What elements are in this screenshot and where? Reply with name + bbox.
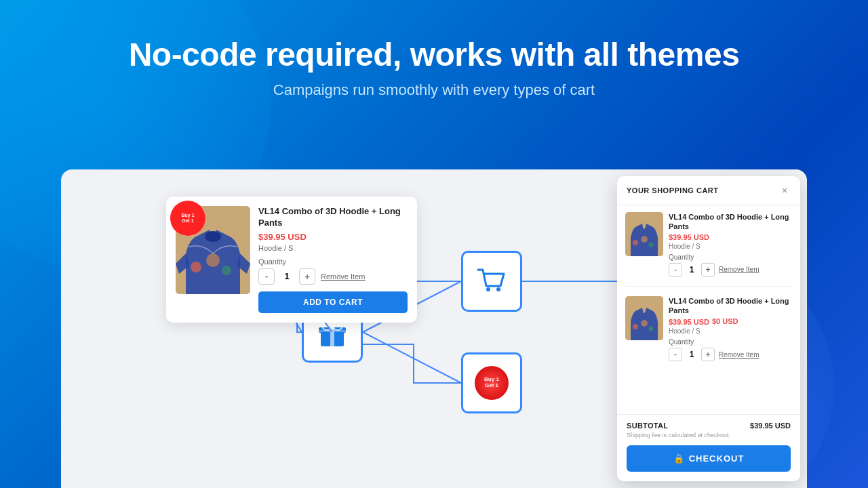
cart-item-price-2: $39.95 USD — [669, 318, 709, 326]
demo-container: Buy 1Get 1 VL14 Combo of 3D Hoodie + Lon… — [61, 169, 807, 488]
cart-item-name: VL14 Combo of 3D Hoodie + Long Pants — [669, 212, 792, 232]
qty-value: 1 — [280, 271, 294, 281]
svg-point-24 — [649, 243, 654, 247]
cart-qty-value-1: 1 — [686, 265, 697, 274]
cart-item-info-2: VL14 Combo of 3D Hoodie + Long Pants $39… — [669, 296, 792, 362]
product-card: Buy 1Get 1 VL14 Combo of 3D Hoodie + Lon… — [166, 197, 417, 323]
product-price: $39.95 USD — [258, 232, 408, 242]
cart-qty-plus-btn-2[interactable]: + — [701, 348, 715, 361]
cart-item-hoodie-2 — [625, 296, 663, 340]
page-subtitle: Campaigns run smoothly with every types … — [0, 81, 868, 99]
cart-panel: YOUR SHOPPING CART × VL14 Combo of 3D Ho… — [617, 176, 800, 481]
cart-panel-title: YOUR SHOPPING CART — [627, 186, 719, 195]
svg-point-9 — [206, 253, 220, 267]
cart-items-list: VL14 Combo of 3D Hoodie + Long Pants $39… — [617, 205, 800, 414]
cart-item-free-price: $0 USD — [712, 317, 738, 325]
svg-point-20 — [496, 287, 500, 291]
shopping-cart-icon — [475, 264, 509, 298]
add-to-cart-button[interactable]: ADD TO CART — [258, 291, 408, 313]
svg-point-10 — [222, 266, 231, 275]
badge-text: Buy 1Get 1 — [181, 213, 194, 223]
product-info: VL14 Combo of 3D Hoodie + Long Pants $39… — [258, 206, 408, 313]
header: No-code required, works with all themes … — [0, 0, 868, 99]
svg-line-2 — [363, 332, 461, 383]
cart-qty-row-2: - 1 + Remove Item — [669, 348, 792, 361]
cart-qty-value-2: 1 — [686, 350, 697, 359]
cart-qty-minus-btn-2[interactable]: - — [669, 348, 682, 361]
cart-item-variant: Hoodie / S — [669, 243, 792, 250]
product-image-wrap: Buy 1Get 1 — [176, 206, 250, 294]
svg-point-28 — [649, 326, 654, 331]
page-title: No-code required, works with all themes — [0, 37, 868, 73]
qty-label: Quantity — [258, 258, 408, 266]
subtotal-value: $39.95 USD — [750, 422, 791, 430]
cart-item-hoodie-1 — [625, 212, 663, 256]
remove-item-link[interactable]: Remove Item — [321, 272, 365, 281]
svg-point-7 — [205, 231, 221, 242]
cart-item: VL14 Combo of 3D Hoodie + Long Pants $39… — [625, 212, 792, 287]
subtotal-label: SUBTOTAL — [627, 422, 668, 430]
svg-point-26 — [633, 324, 638, 329]
qty-minus-btn[interactable]: - — [258, 268, 275, 285]
offer-box-icon: Buy 1Get 1 — [461, 352, 522, 413]
cart-item-info: VL14 Combo of 3D Hoodie + Long Pants $39… — [669, 212, 792, 277]
cart-item-price: $39.95 USD — [669, 233, 792, 241]
offer-badge: Buy 1Get 1 — [472, 363, 511, 403]
cart-item-variant-2: Hoodie / S — [669, 327, 792, 335]
cart-qty-row: - 1 + Remove Item — [669, 263, 792, 277]
cart-qty-minus-btn-1[interactable]: - — [669, 263, 682, 277]
shipping-note: Shipping fee is calculated at checkout. — [627, 432, 791, 439]
svg-point-8 — [191, 262, 201, 272]
product-title: VL14 Combo of 3D Hoodie + Long Pants — [258, 206, 408, 229]
svg-point-19 — [486, 287, 490, 291]
flow-area: Buy 1Get 1 VL14 Combo of 3D Hoodie + Lon… — [61, 169, 617, 488]
svg-point-23 — [641, 236, 648, 243]
product-variant: Hoodie / S — [258, 244, 408, 252]
cart-item-qty-label: Quantity — [669, 253, 792, 261]
checkout-button[interactable]: 🔒 CHECKOUT — [627, 445, 791, 472]
cart-item-qty-label-2: Quantity — [669, 338, 792, 346]
svg-rect-15 — [319, 330, 346, 332]
cart-item-image — [625, 212, 663, 256]
offer-badge-text: Buy 1Get 1 — [484, 377, 499, 389]
checkout-label: CHECKOUT — [689, 453, 745, 464]
cart-item-name-2: VL14 Combo of 3D Hoodie + Long Pants — [669, 296, 792, 316]
subtotal-row: SUBTOTAL $39.95 USD — [627, 422, 791, 430]
svg-point-27 — [641, 320, 648, 327]
qty-plus-btn[interactable]: + — [299, 268, 315, 285]
svg-point-22 — [633, 240, 638, 245]
cart-box-icon — [461, 251, 522, 312]
lock-icon: 🔒 — [673, 453, 685, 464]
cart-item: VL14 Combo of 3D Hoodie + Long Pants $39… — [625, 296, 792, 371]
cart-item-image-2 — [625, 296, 663, 340]
cart-remove-link-1[interactable]: Remove Item — [719, 266, 759, 273]
cart-close-button[interactable]: × — [778, 184, 791, 197]
svg-point-18 — [330, 325, 334, 329]
cart-panel-header: YOUR SHOPPING CART × — [617, 176, 800, 205]
cart-footer: SUBTOTAL $39.95 USD Shipping fee is calc… — [617, 414, 800, 481]
cart-qty-plus-btn-1[interactable]: + — [701, 263, 715, 277]
cart-remove-link-2[interactable]: Remove Item — [719, 351, 759, 359]
buy1get1-badge: Buy 1Get 1 — [170, 201, 205, 236]
qty-row: - 1 + Remove Item — [258, 268, 408, 285]
